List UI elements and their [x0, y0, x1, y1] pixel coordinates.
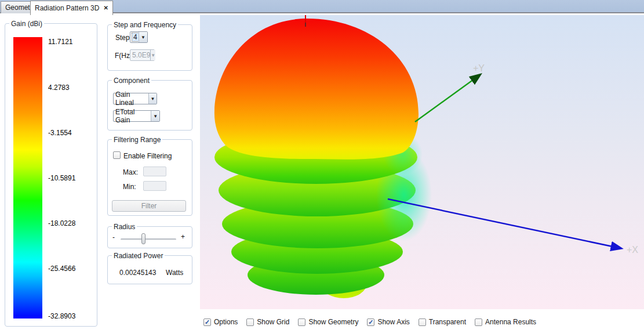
radius-slider-thumb[interactable]: [141, 233, 145, 244]
radius-title: Radius: [112, 223, 137, 231]
y-axis-label: +Y: [473, 63, 485, 73]
component-group: Component Gain Lineal ▼ ETotal Gain ▼: [107, 80, 192, 131]
filter-button-label: Filter: [141, 202, 157, 210]
filter-button[interactable]: Filter: [112, 200, 186, 212]
3d-viewport[interactable]: +Y +X: [200, 15, 644, 309]
radiated-power-title: Radiated Power: [112, 252, 165, 260]
gain-tick: -18.0228: [48, 219, 75, 227]
frequency-value: 5.0E9: [132, 51, 150, 59]
step-label: Step:: [115, 34, 132, 42]
tab-radiation-label: Radiation Pattern 3D: [35, 4, 99, 12]
radiated-power-value: 0.00245143: [119, 269, 156, 277]
step-frequency-title: Step and Frequency: [112, 21, 178, 29]
gain-tick: -10.5891: [48, 174, 75, 182]
footer-checkbox-show-geometry[interactable]: Show Geometry: [298, 318, 358, 326]
check-mark-icon: ✓: [205, 318, 210, 325]
component-title: Component: [112, 77, 151, 85]
checkbox-label: Show Grid: [257, 318, 289, 326]
radius-group: Radius - +: [107, 226, 192, 248]
min-input[interactable]: [143, 181, 166, 191]
checkbox-icon[interactable]: [475, 318, 482, 326]
view-options-bar: ✓ Options Show Grid Show Geometry ✓ Show…: [203, 317, 536, 327]
footer-checkbox-show-axis[interactable]: ✓ Show Axis: [367, 318, 409, 326]
y-axis-arrow: +Y: [415, 63, 485, 122]
checkbox-label: Options: [214, 318, 238, 326]
max-input[interactable]: [143, 166, 166, 176]
max-label: Max:: [123, 168, 138, 176]
chevron-down-icon[interactable]: ▼: [148, 93, 157, 104]
frequency-combobox: 5.0E9 ▼: [130, 49, 155, 61]
checkbox-icon[interactable]: [298, 318, 305, 326]
gain-type-value: Gain Lineal: [115, 91, 148, 107]
radiation-pattern-window: { "icons": { "close": "✕", "check": "✓",…: [0, 0, 644, 333]
footer-checkbox-show-grid[interactable]: Show Grid: [246, 318, 289, 326]
radius-slider-track[interactable]: [121, 238, 176, 240]
min-label: Min:: [123, 183, 136, 191]
chevron-down-icon: ▼: [150, 50, 155, 60]
x-axis-label: +X: [627, 245, 638, 255]
enable-filtering-checkbox[interactable]: [113, 151, 121, 159]
gain-tick: 11.7121: [48, 38, 73, 46]
gain-tick: 4.2783: [48, 84, 70, 92]
close-icon[interactable]: ✕: [103, 5, 108, 11]
gain-colorbar: [13, 37, 42, 318]
tab-bar: Geometry Radiation Pattern 3D ✕: [0, 0, 644, 13]
checkbox-icon[interactable]: [419, 318, 426, 326]
field-type-value: ETotal Gain: [115, 108, 151, 124]
gain-type-combobox[interactable]: Gain Lineal ▼: [113, 93, 157, 104]
enable-filtering-label: Enable Filtering: [123, 152, 172, 160]
gain-tick: -25.4566: [48, 265, 75, 273]
footer-checkbox-transparent[interactable]: Transparent: [419, 318, 466, 326]
field-type-combobox[interactable]: ETotal Gain ▼: [113, 110, 160, 122]
radius-plus-label: +: [181, 233, 185, 241]
gain-colorbar-ticks: 11.7121 4.2783 -3.1554 -10.5891 -18.0228…: [48, 37, 94, 318]
chevron-down-icon[interactable]: ▼: [139, 32, 147, 42]
checkbox-icon[interactable]: ✓: [367, 318, 374, 326]
checkbox-icon[interactable]: ✓: [203, 318, 211, 326]
checkbox-label: Show Geometry: [308, 318, 358, 326]
radiation-pattern-plot: +Y +X: [200, 15, 644, 309]
gain-scale-title: Gain (dBi): [9, 20, 44, 28]
checkbox-icon[interactable]: [246, 318, 254, 326]
x-axis-arrow: +X: [388, 199, 638, 255]
gain-tick: -3.1554: [48, 129, 72, 137]
tab-radiation-pattern-3d[interactable]: Radiation Pattern 3D ✕: [30, 1, 113, 15]
radiated-power-unit: Watts: [166, 269, 183, 277]
gain-scale-group: Gain (dBi) 11.7121 4.2783 -3.1554 -10.58…: [5, 23, 97, 327]
checkbox-label: Antenna Results: [485, 318, 536, 326]
chevron-down-icon[interactable]: ▼: [151, 111, 159, 121]
checkbox-label: Show Axis: [377, 318, 409, 326]
check-mark-icon: ✓: [368, 318, 373, 325]
checkbox-label: Transparent: [429, 318, 466, 326]
radius-minus-label: -: [112, 233, 115, 241]
radiation-pattern-blob: [214, 19, 432, 298]
filtering-range-title: Filtering Range: [112, 136, 162, 144]
footer-checkbox-options[interactable]: ✓ Options: [203, 318, 238, 326]
step-value: 4: [132, 33, 139, 41]
gain-tick: -32.8903: [48, 312, 75, 320]
step-frequency-group: Step and Frequency Step: 4 ▼ F(Hz): 5.0E…: [107, 24, 192, 71]
step-combobox[interactable]: 4 ▼: [130, 31, 148, 43]
radiated-power-group: Radiated Power 0.00245143 Watts: [107, 255, 192, 284]
filtering-range-group: Filtering Range Enable Filtering Max: Mi…: [107, 139, 192, 216]
footer-checkbox-antenna-results[interactable]: Antenna Results: [475, 318, 536, 326]
